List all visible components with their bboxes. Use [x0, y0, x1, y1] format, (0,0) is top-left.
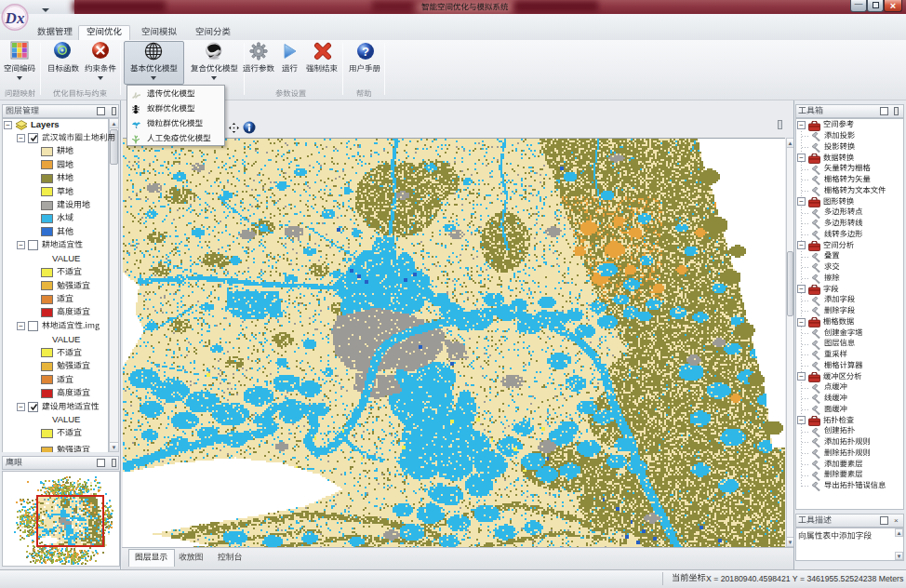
svg-text:Dx: Dx [5, 9, 25, 27]
svg-text:?: ? [362, 45, 369, 59]
